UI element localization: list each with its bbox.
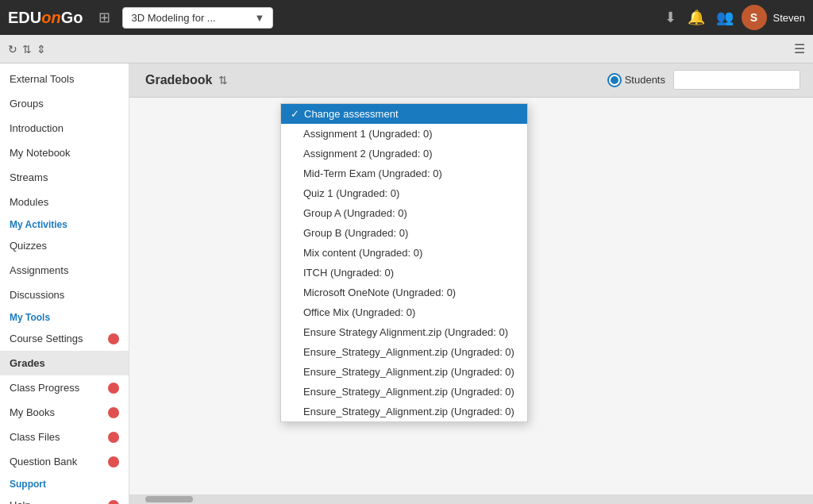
horizontal-scrollbar[interactable]	[129, 494, 813, 504]
user-badge: S Steven	[742, 5, 805, 30]
students-label: Students	[609, 74, 665, 86]
course-settings-badge	[108, 333, 119, 344]
sidebar-item-label: Groups	[10, 98, 44, 110]
sidebar-item-class-files[interactable]: Class Files	[0, 425, 129, 449]
my-activities-section-label: My Activities	[0, 214, 129, 233]
sidebar-item-label: My Books	[10, 406, 55, 418]
assessment-dropdown[interactable]: Change assessment Assignment 1 (Ungraded…	[280, 103, 528, 422]
sidebar-item-my-notebook[interactable]: My Notebook	[0, 140, 129, 165]
dropdown-item-ensure-strategy3[interactable]: Ensure_Strategy_Alignment.zip (Ungraded:…	[281, 362, 527, 382]
sidebar-item-external-tools[interactable]: External Tools	[0, 67, 129, 91]
sidebar-item-label: Course Settings	[10, 333, 83, 344]
sidebar-item-quizzes[interactable]: Quizzes	[0, 233, 129, 258]
app-logo: EDUonGo	[8, 9, 83, 27]
app-header: EDUonGo ⊞ 3D Modeling for ... ▼ ⬇ 🔔 👥 S …	[0, 0, 813, 35]
dropdown-item-ensure-strategy2[interactable]: Ensure_Strategy_Alignment.zip (Ungraded:…	[281, 342, 527, 362]
sidebar-item-label: Assignments	[10, 264, 68, 276]
dropdown-item-office-mix[interactable]: Office Mix (Ungraded: 0)	[281, 302, 527, 322]
download-icon[interactable]: ⬇	[665, 9, 676, 26]
sidebar-item-label: Class Files	[10, 431, 60, 443]
chevron-down-icon: ▼	[255, 12, 265, 24]
sub-header-icons: ↻ ⇅ ⇕	[8, 43, 46, 56]
sidebar-item-streams[interactable]: Streams	[0, 165, 129, 190]
dropdown-item-quiz1[interactable]: Quiz 1 (Ungraded: 0)	[281, 183, 527, 203]
sidebar-item-label: Help	[10, 499, 31, 504]
bell-icon[interactable]: 🔔	[688, 9, 705, 26]
scroll-thumb[interactable]	[145, 496, 193, 502]
students-search-input[interactable]	[673, 70, 800, 90]
dropdown-item-mix-content[interactable]: Mix content (Ungraded: 0)	[281, 243, 527, 263]
content-area: Gradebook ⇅ Students Change assessment A…	[129, 63, 813, 504]
dropdown-item-group-a[interactable]: Group A (Ungraded: 0)	[281, 203, 527, 223]
sync-icon[interactable]: ⇅	[22, 43, 32, 56]
dropdown-item-assignment2[interactable]: Assignment 2 (Ungraded: 0)	[281, 144, 527, 164]
sidebar-item-groups[interactable]: Groups	[0, 91, 129, 116]
sidebar-item-introduction[interactable]: Introduction	[0, 116, 129, 140]
sidebar-item-help[interactable]: Help	[0, 493, 129, 504]
dropdown-item-onenote[interactable]: Microsoft OneNote (Ungraded: 0)	[281, 283, 527, 302]
sidebar-item-class-progress[interactable]: Class Progress	[0, 375, 129, 400]
sidebar-item-label: My Notebook	[10, 147, 71, 159]
dropdown-item-midterm[interactable]: Mid-Term Exam (Ungraded: 0)	[281, 164, 527, 183]
sidebar-item-label: Modules	[10, 196, 48, 208]
dropdown-item-itch[interactable]: ITCH (Ungraded: 0)	[281, 263, 527, 283]
help-badge	[108, 500, 119, 505]
dropdown-item-ensure-strategy4[interactable]: Ensure_Strategy_Alignment.zip (Ungraded:…	[281, 382, 527, 402]
dropdown-item-change-assessment[interactable]: Change assessment	[281, 104, 527, 124]
support-section-label: Support	[0, 474, 129, 493]
hamburger-icon[interactable]: ☰	[794, 41, 805, 56]
sidebar-item-assignments[interactable]: Assignments	[0, 258, 129, 283]
dropdown-item-group-b[interactable]: Group B (Ungraded: 0)	[281, 223, 527, 243]
sidebar-item-label: Introduction	[10, 122, 64, 134]
question-bank-badge	[108, 456, 119, 467]
users-icon[interactable]: 👥	[716, 9, 734, 26]
course-dropdown-label: 3D Modeling for ...	[131, 12, 215, 24]
sidebar-item-label: Discussions	[10, 289, 64, 301]
sidebar-item-modules[interactable]: Modules	[0, 190, 129, 214]
sub-header-toolbar: ↻ ⇅ ⇕ ☰	[0, 35, 813, 63]
sidebar-item-course-settings[interactable]: Course Settings	[0, 326, 129, 351]
course-dropdown[interactable]: 3D Modeling for ... ▼	[122, 7, 273, 29]
dropdown-item-assignment1[interactable]: Assignment 1 (Ungraded: 0)	[281, 124, 527, 144]
avatar: S	[742, 5, 767, 30]
sidebar-item-label: Grades	[10, 357, 45, 369]
sort-icon[interactable]: ⇅	[218, 74, 228, 87]
user-name: Steven	[773, 12, 805, 24]
sidebar-item-my-books[interactable]: My Books	[0, 400, 129, 425]
grid-icon[interactable]: ⊞	[98, 9, 110, 26]
sidebar: External Tools Groups Introduction My No…	[0, 63, 129, 504]
header-icons: ⬇ 🔔 👥	[665, 9, 734, 26]
students-text: Students	[625, 74, 665, 86]
refresh-icon[interactable]: ↻	[8, 43, 17, 56]
sidebar-item-label: Question Bank	[10, 456, 77, 467]
students-radio[interactable]	[609, 75, 620, 86]
main-layout: External Tools Groups Introduction My No…	[0, 63, 813, 504]
up-down-icon[interactable]: ⇕	[37, 43, 46, 56]
my-books-badge	[108, 407, 119, 418]
sidebar-item-question-bank[interactable]: Question Bank	[0, 449, 129, 474]
sidebar-item-label: Quizzes	[10, 240, 47, 252]
sidebar-item-label: External Tools	[10, 73, 74, 85]
sidebar-item-grades[interactable]: Grades	[0, 351, 129, 375]
sidebar-item-discussions[interactable]: Discussions	[0, 283, 129, 307]
dropdown-item-ensure-strategy1[interactable]: Ensure Strategy Alignment.zip (Ungraded:…	[281, 322, 527, 342]
dropdown-item-ensure-strategy5[interactable]: Ensure_Strategy_Alignment.zip (Ungraded:…	[281, 402, 527, 421]
content-toolbar: Students	[596, 63, 813, 96]
sidebar-item-label: Streams	[10, 171, 48, 183]
my-tools-section-label: My Tools	[0, 307, 129, 326]
gradebook-title: Gradebook	[145, 73, 212, 87]
sidebar-item-label: Class Progress	[10, 382, 79, 394]
class-files-badge	[108, 432, 119, 443]
class-progress-badge	[108, 383, 119, 394]
